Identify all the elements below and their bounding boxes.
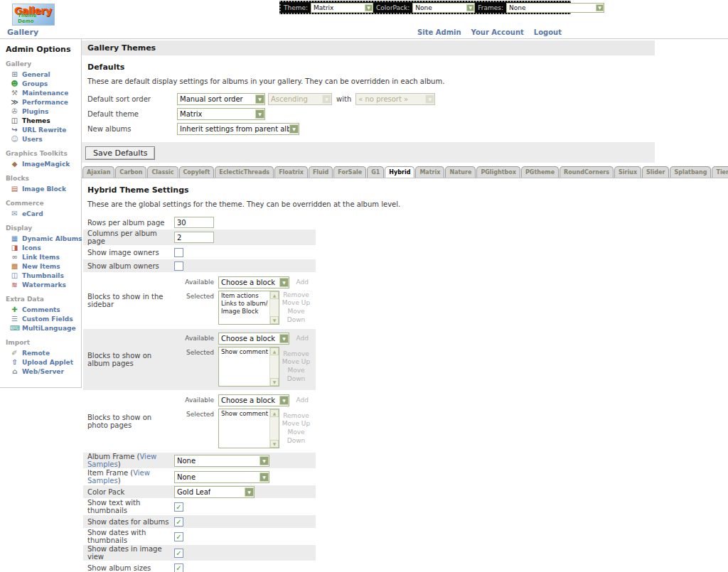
sidebar-item-icons[interactable]: ◨ Icons — [6, 243, 79, 252]
sidebar-add-link[interactable]: Add — [296, 276, 309, 286]
show-dates-in-image-view-checkbox[interactable]: ✓ — [174, 549, 183, 558]
sidebar-item-watermarks[interactable]: ≋ Watermarks — [6, 280, 79, 289]
album-available-select[interactable]: Choose a block ▼ — [218, 333, 289, 345]
frames-select[interactable]: None ▼ — [506, 3, 604, 13]
list-item[interactable]: Links to album/photo peers — [221, 300, 268, 308]
tab-tien[interactable]: Tien — [712, 166, 728, 178]
sidebar-item-new-items[interactable]: ▩ New Items — [6, 261, 79, 271]
sidebar-move-up-link[interactable]: Move Up — [279, 299, 313, 308]
color-pack-select[interactable]: Gold Leaf ▼ — [174, 486, 255, 498]
tab-pglightbox[interactable]: PGlightbox — [476, 166, 520, 178]
sidebar-group-label: Blocks — [6, 175, 79, 182]
sidebar-item-users[interactable]: ☺ Users — [6, 134, 79, 144]
tab-matrix[interactable]: Matrix — [415, 166, 444, 178]
columns-per-page-input[interactable] — [174, 232, 214, 243]
rows-per-page-input[interactable] — [174, 217, 214, 228]
sidebar-remove-link[interactable]: Remove — [279, 291, 313, 300]
tab-splatbang[interactable]: Splatbang — [670, 166, 711, 178]
logout-link[interactable]: Logout — [534, 28, 562, 36]
sidebar-item-ecard[interactable]: ✉ eCard — [6, 209, 79, 218]
photo-available-select[interactable]: Choose a block ▼ — [218, 394, 289, 406]
album-remove-link[interactable]: Remove — [279, 350, 313, 359]
sidebar-item-maintenance[interactable]: ⚒ Maintenance — [6, 88, 79, 97]
sidebar-item-web-server[interactable]: ⌂ Web/Server — [6, 367, 79, 376]
tab-classic[interactable]: Classic — [147, 166, 178, 178]
tab-ajaxian[interactable]: Ajaxian — [82, 166, 114, 178]
tab-forsale[interactable]: ForSale — [333, 166, 366, 178]
item-frame-select[interactable]: None ▼ — [174, 471, 269, 483]
colorpack-select[interactable]: None ▼ — [412, 3, 475, 13]
sidebar-item-image-block[interactable]: ▤ Image Block — [6, 184, 79, 193]
sidebar-item-remote[interactable]: ✐ Remote — [6, 348, 79, 357]
theme-select[interactable]: Matrix ▼ — [311, 3, 373, 13]
save-defaults-button[interactable]: Save Defaults — [85, 146, 155, 160]
sidebar-item-thumbnails[interactable]: ◫ Thumbnails — [6, 271, 79, 280]
scroll-down-icon[interactable]: ▼ — [270, 440, 279, 448]
sidebar-selected-listbox[interactable]: Item actions Links to album/photo peers … — [218, 291, 279, 325]
scroll-up-icon[interactable]: ▲ — [270, 291, 279, 299]
breadcrumb[interactable]: Gallery — [7, 28, 38, 37]
tab-siriux[interactable]: Siriux — [614, 166, 641, 178]
photo-remove-link[interactable]: Remove — [279, 412, 313, 421]
list-item[interactable]: Show comments — [221, 410, 268, 418]
album-move-down-link[interactable]: Move Down — [279, 367, 313, 383]
sidebar-item-themes[interactable]: ◫ Themes — [6, 116, 79, 125]
show-dates-with-thumbnails-checkbox[interactable]: ✓ — [174, 532, 183, 541]
sidebar-item-general[interactable]: ⊞ General — [6, 70, 79, 79]
album-move-up-link[interactable]: Move Up — [279, 358, 313, 367]
show-text-with-thumbnails-checkbox[interactable]: ✓ — [174, 502, 183, 512]
tab-eclecticthreads[interactable]: EclecticThreads — [215, 166, 274, 178]
scroll-up-icon[interactable]: ▲ — [270, 409, 279, 417]
tab-pgtheme[interactable]: PGtheme — [521, 166, 559, 178]
list-item[interactable]: Image Block — [221, 308, 268, 315]
list-item[interactable]: Item actions — [221, 292, 268, 300]
sidebar-move-down-link[interactable]: Move Down — [279, 308, 313, 324]
show-dates-for-albums-checkbox[interactable]: ✓ — [174, 517, 183, 527]
listbox-scrollbar[interactable]: ▲ ▼ — [269, 291, 279, 324]
show-album-sizes-checkbox[interactable]: ✓ — [174, 563, 183, 572]
tab-fluid[interactable]: Fluid — [309, 166, 333, 178]
scroll-down-icon[interactable]: ▼ — [270, 378, 279, 386]
sidebar-item-dynamic-albums[interactable]: ▦ Dynamic Albums — [6, 234, 79, 243]
scroll-up-icon[interactable]: ▲ — [270, 347, 279, 355]
tab-carbon[interactable]: Carbon — [115, 166, 146, 178]
show-image-owners-checkbox[interactable] — [174, 248, 183, 257]
album-frame-select[interactable]: None ▼ — [174, 455, 269, 467]
tab-nature[interactable]: Nature — [445, 166, 476, 178]
sidebar-item-performance[interactable]: ≫ Performance — [6, 97, 79, 107]
sidebar-item-comments[interactable]: ✚ Comments — [6, 305, 79, 314]
sidebar-item-upload-applet[interactable]: ⇧ Upload Applet — [6, 357, 79, 367]
listbox-scrollbar[interactable]: ▲ ▼ — [269, 409, 279, 448]
tab-roundcorners[interactable]: RoundCorners — [560, 166, 614, 178]
tab-slider[interactable]: Slider — [642, 166, 669, 178]
album-selected-listbox[interactable]: Show comments ▲ ▼ — [218, 347, 279, 387]
site-admin-link[interactable]: Site Admin — [417, 28, 461, 36]
list-item[interactable]: Show comments — [221, 348, 268, 356]
photo-move-up-link[interactable]: Move Up — [279, 420, 313, 428]
photo-add-link[interactable]: Add — [296, 394, 309, 404]
tab-copyleft[interactable]: Copyleft — [179, 166, 215, 178]
sidebar-item-link-items[interactable]: ∞ Link Items — [6, 252, 79, 261]
show-album-owners-checkbox[interactable] — [174, 261, 183, 271]
sidebar-item-custom-fields[interactable]: ☰ Custom Fields — [6, 314, 79, 323]
sidebar-item-url-rewrite[interactable]: ↪ URL Rewrite — [6, 125, 79, 134]
sidebar-available-select[interactable]: Choose a block ▼ — [218, 276, 289, 288]
presort-select: « no presort » ▼ — [355, 93, 435, 105]
sidebar-item-multilanguage[interactable]: ⌨ MultiLanguage — [6, 323, 79, 333]
photo-selected-listbox[interactable]: Show comments ▲ ▼ — [218, 409, 279, 448]
tab-hybrid[interactable]: Hybrid — [385, 166, 414, 178]
sort-order-select[interactable]: Manual sort order ▼ — [177, 93, 265, 105]
sidebar-item-imagemagick[interactable]: ◆ ImageMagick — [6, 159, 79, 168]
album-add-link[interactable]: Add — [296, 333, 309, 342]
sidebar-item-plugins[interactable]: ✇ Plugins — [6, 107, 79, 116]
listbox-scrollbar[interactable]: ▲ ▼ — [269, 347, 279, 386]
tab-g1[interactable]: G1 — [367, 166, 384, 178]
photo-move-down-link[interactable]: Move Down — [279, 428, 313, 445]
default-theme-select[interactable]: Matrix ▼ — [177, 108, 265, 120]
sidebar-item-groups[interactable]: ☻ Groups — [6, 79, 79, 88]
tab-floatrix[interactable]: Floatrix — [274, 166, 308, 178]
sidebar-group-label: Display — [6, 225, 79, 232]
scroll-down-icon[interactable]: ▼ — [270, 316, 279, 324]
new-albums-select[interactable]: Inherit settings from parent album ▼ — [177, 123, 299, 135]
your-account-link[interactable]: Your Account — [471, 28, 524, 36]
